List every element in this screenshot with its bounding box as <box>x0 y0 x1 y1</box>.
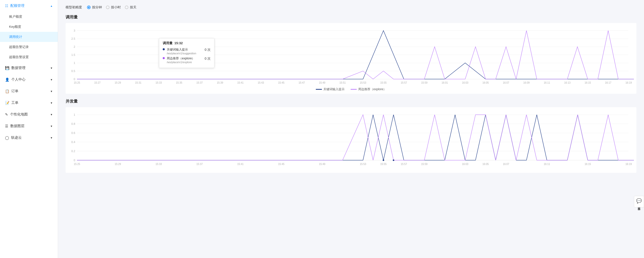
sidebar-quota-children: 账户额度 Key额度 调用统计 超额告警记录 超额告警设置 <box>0 12 58 62</box>
svg-point-57 <box>393 159 394 161</box>
svg-text:16:03: 16:03 <box>462 163 468 166</box>
call-chart-container: 调用量 15:32 关键词输入提示 /ws/place/v1/suggestio… <box>66 23 636 94</box>
svg-text:15:29: 15:29 <box>115 163 121 166</box>
radio-dot-day <box>125 6 128 9</box>
svg-text:15:37: 15:37 <box>196 81 203 84</box>
svg-text:16:11: 16:11 <box>544 163 550 166</box>
legend-item-suggestion: 关键词输入提示 <box>316 87 345 91</box>
radio-by-hour[interactable]: 按小时 <box>106 5 121 10</box>
sidebar-quota-label: 配额管理 <box>10 4 24 8</box>
svg-text:15:25: 15:25 <box>74 81 80 84</box>
call-chart-svg: 3 2.5 2 1.5 1 0.5 0 <box>68 27 634 85</box>
radio-dot-minute <box>87 6 91 9</box>
svg-text:16:13: 16:13 <box>564 81 570 84</box>
legend-line-suggestion <box>316 89 322 90</box>
svg-text:15:55: 15:55 <box>380 81 386 84</box>
svg-text:16:19: 16:19 <box>625 163 632 166</box>
svg-text:15:33: 15:33 <box>155 163 162 166</box>
svg-text:1.5: 1.5 <box>71 53 75 56</box>
svg-text:16:09: 16:09 <box>523 81 529 84</box>
svg-text:16:17: 16:17 <box>605 81 611 84</box>
svg-text:15:53: 15:53 <box>360 163 366 166</box>
sidebar-item-data-layer[interactable]: ☰ 数据图层 ▼ <box>0 120 58 132</box>
chevron-down-icon-3: ▼ <box>50 90 53 93</box>
svg-point-56 <box>383 159 384 161</box>
radio-by-day[interactable]: 按天 <box>125 5 136 10</box>
chat-icon: 💬 <box>636 198 642 204</box>
svg-text:2: 2 <box>74 45 75 48</box>
svg-text:1: 1 <box>74 61 75 64</box>
svg-text:16:19: 16:19 <box>625 81 632 84</box>
sidebar-item-tickets[interactable]: 📝 工单 ▼ <box>0 97 58 109</box>
chevron-down-icon-6: ▼ <box>50 125 53 128</box>
sidebar-item-account-quota[interactable]: 账户额度 <box>0 12 58 22</box>
concurrency-chart-section: 并发量 1 0.8 0.6 0.4 0.2 0 <box>66 99 636 173</box>
data-icon: 💾 <box>5 66 9 70</box>
svg-text:15:49: 15:49 <box>319 81 325 84</box>
chevron-down-icon-4: ▼ <box>50 102 53 104</box>
svg-text:16:01: 16:01 <box>441 81 448 84</box>
svg-text:0.6: 0.6 <box>71 131 75 134</box>
svg-text:2.5: 2.5 <box>71 37 75 40</box>
svg-text:15:45: 15:45 <box>278 81 284 84</box>
svg-text:15:47: 15:47 <box>298 81 305 84</box>
svg-text:15:45: 15:45 <box>278 163 284 166</box>
svg-text:15:31: 15:31 <box>135 81 141 84</box>
svg-text:15:29: 15:29 <box>115 81 121 84</box>
concurrency-chart-title: 并发量 <box>66 99 636 104</box>
svg-text:16:15: 16:15 <box>584 81 591 84</box>
sidebar-item-track-cloud[interactable]: ◯ 轨迹云 ▼ <box>0 132 58 144</box>
svg-text:0.5: 0.5 <box>71 69 75 73</box>
chevron-down-icon-5: ▼ <box>50 113 53 116</box>
svg-text:15:59: 15:59 <box>421 81 427 84</box>
sidebar-item-over-quota-alert[interactable]: 超额告警记录 <box>0 42 58 52</box>
radio-group: 按分钟 按小时 按天 <box>87 5 136 10</box>
svg-text:15:39: 15:39 <box>217 81 223 84</box>
sidebar-section-quota: ☷ 配额管理 ▲ 账户额度 Key额度 调用统计 超额告警记录 超额告警设置 <box>0 0 58 62</box>
svg-text:15:57: 15:57 <box>401 81 407 84</box>
call-chart-title: 调用量 <box>66 15 636 20</box>
radio-by-minute[interactable]: 按分钟 <box>87 5 102 10</box>
svg-text:16:03: 16:03 <box>462 81 468 84</box>
svg-text:16:05: 16:05 <box>482 81 489 84</box>
svg-text:15:27: 15:27 <box>94 81 100 84</box>
svg-text:15:41: 15:41 <box>237 163 243 166</box>
svg-text:15:43: 15:43 <box>258 81 264 84</box>
svg-text:0: 0 <box>74 78 75 81</box>
sidebar-item-orders[interactable]: 📋 订单 ▼ <box>0 85 58 97</box>
svg-text:0: 0 <box>74 159 75 162</box>
call-chart-section: 调用量 调用量 15:32 关键词输入提示 /ws/place/v1/sugge… <box>66 15 636 94</box>
svg-text:15:59: 15:59 <box>421 163 427 166</box>
float-customer-service-btn[interactable]: 💬 联系客服 <box>634 196 644 207</box>
ticket-icon: 📝 <box>5 101 9 105</box>
sidebar-item-custom-map[interactable]: ✎ 个性化地图 ▼ <box>0 109 58 120</box>
top-controls: 模型初精度 按分钟 按小时 按天 <box>66 5 636 10</box>
sidebar-item-key-quota[interactable]: Key额度 <box>0 22 58 32</box>
legend-line-explore <box>351 89 357 90</box>
sidebar-item-data-mgmt[interactable]: 💾 数据管理 ▼ <box>0 62 58 74</box>
sidebar-item-over-quota-settings[interactable]: 超额告警设置 <box>0 52 58 62</box>
sidebar-item-quota[interactable]: ☷ 配额管理 ▲ <box>0 0 58 12</box>
svg-text:0.8: 0.8 <box>71 122 75 125</box>
concurrency-chart-svg: 1 0.8 0.6 0.4 0.2 0 <box>68 111 634 171</box>
sidebar-item-call-stats[interactable]: 调用统计 <box>0 32 58 42</box>
svg-text:15:33: 15:33 <box>155 81 162 84</box>
svg-text:0.2: 0.2 <box>71 150 75 153</box>
svg-text:15:35: 15:35 <box>176 81 182 84</box>
order-icon: 📋 <box>5 89 9 93</box>
legend-item-explore: 周边推荐（explore） <box>351 87 386 91</box>
sidebar-item-personal[interactable]: 👤 个人中心 ▼ <box>0 74 58 85</box>
call-chart-legend: 关键词输入提示 周边推荐（explore） <box>68 87 634 91</box>
svg-text:16:07: 16:07 <box>503 81 509 84</box>
svg-text:0.4: 0.4 <box>71 140 75 144</box>
svg-text:16:11: 16:11 <box>544 81 550 84</box>
main-content: 模型初精度 按分钟 按小时 按天 调用量 调用量 15:32 <box>58 0 644 258</box>
person-icon: 👤 <box>5 78 9 82</box>
svg-text:16:05: 16:05 <box>482 163 489 166</box>
svg-text:15:55: 15:55 <box>380 163 386 166</box>
track-icon: ◯ <box>5 136 9 140</box>
precision-label: 模型初精度 <box>66 5 82 10</box>
radio-dot-hour <box>106 6 109 9</box>
concurrency-chart-container: 1 0.8 0.6 0.4 0.2 0 <box>66 107 636 173</box>
svg-text:15:51: 15:51 <box>339 81 346 84</box>
